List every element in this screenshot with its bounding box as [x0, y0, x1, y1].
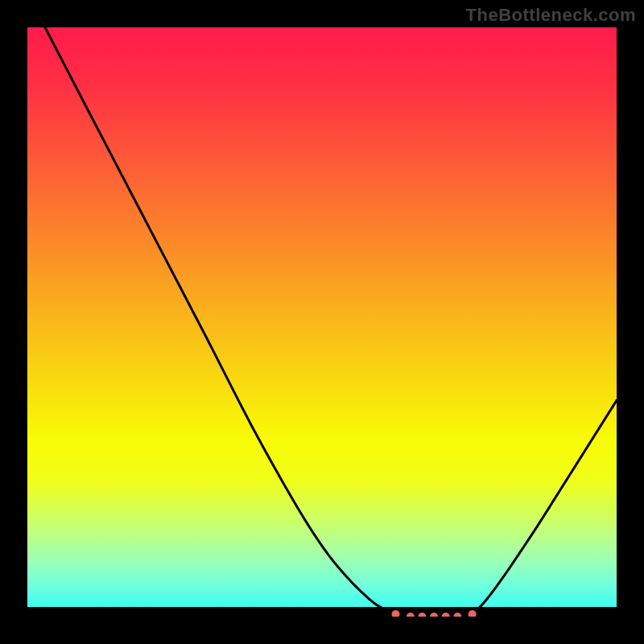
chart-container: TheBottleneck.com [0, 0, 644, 644]
chart-svg [27, 27, 617, 617]
plot-area [27, 27, 617, 617]
watermark-text: TheBottleneck.com [466, 5, 636, 26]
gradient-background [27, 27, 617, 617]
